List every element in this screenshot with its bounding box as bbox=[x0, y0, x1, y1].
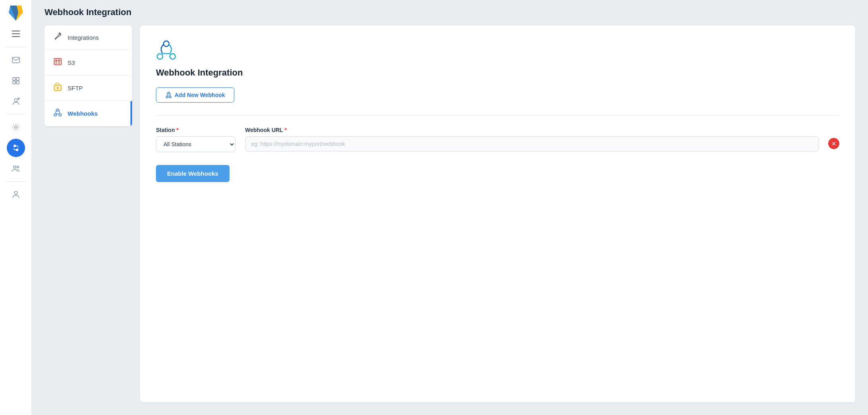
webhook-url-input[interactable] bbox=[245, 136, 819, 151]
form-divider bbox=[156, 115, 839, 116]
sidebar-divider-mid bbox=[6, 114, 26, 114]
menu-button[interactable] bbox=[8, 26, 23, 41]
sidebar bbox=[0, 0, 32, 415]
sidebar-item-integrations[interactable] bbox=[7, 139, 25, 157]
svg-rect-3 bbox=[12, 57, 19, 63]
sidebar-item-account[interactable] bbox=[7, 185, 25, 204]
page-header: Webhook Integration bbox=[32, 0, 868, 22]
svg-rect-4 bbox=[13, 78, 16, 80]
nav-item-s3-label: S3 bbox=[68, 59, 75, 66]
station-label: Station * bbox=[156, 127, 235, 133]
svg-rect-21 bbox=[55, 62, 57, 64]
sidebar-item-settings[interactable] bbox=[7, 118, 25, 136]
nav-item-webhooks-label: Webhooks bbox=[68, 110, 98, 117]
svg-rect-6 bbox=[13, 81, 16, 84]
add-webhook-label: Add New Webhook bbox=[175, 92, 225, 98]
svg-point-34 bbox=[169, 96, 171, 98]
svg-point-32 bbox=[163, 41, 169, 47]
webhook-url-label: Webhook URL * bbox=[245, 127, 819, 133]
wrench-nav-icon bbox=[53, 33, 63, 43]
content-area: Integrations S3 bbox=[32, 22, 868, 415]
main-content: Webhook Integration Integrations bbox=[32, 0, 868, 415]
svg-rect-22 bbox=[58, 62, 60, 64]
left-nav-panel: Integrations S3 bbox=[45, 25, 132, 126]
sidebar-item-grid[interactable] bbox=[7, 72, 25, 90]
sidebar-item-mail[interactable] bbox=[7, 51, 25, 69]
station-form-group: Station * All Stations bbox=[156, 127, 235, 152]
s3-nav-icon bbox=[53, 57, 63, 68]
svg-rect-19 bbox=[55, 60, 57, 62]
svg-point-29 bbox=[56, 109, 59, 111]
enable-webhooks-label: Enable Webhooks bbox=[167, 170, 218, 177]
svg-point-25 bbox=[57, 87, 58, 89]
svg-point-8 bbox=[14, 99, 18, 102]
page-title: Webhook Integration bbox=[45, 7, 855, 17]
webhook-panel: Webhook Integration Add New Webhook bbox=[140, 25, 855, 402]
sidebar-item-team[interactable] bbox=[7, 159, 25, 178]
nav-item-integrations[interactable]: Integrations bbox=[45, 25, 132, 50]
close-icon: ✕ bbox=[831, 141, 837, 147]
webhook-url-required: * bbox=[284, 127, 286, 133]
webhook-icon bbox=[156, 40, 839, 68]
svg-point-30 bbox=[157, 54, 163, 59]
nav-item-s3[interactable]: S3 bbox=[45, 50, 132, 76]
svg-point-16 bbox=[59, 34, 60, 35]
svg-rect-5 bbox=[16, 78, 19, 80]
svg-point-33 bbox=[166, 96, 168, 98]
webhook-nav-icon bbox=[53, 108, 63, 119]
station-select[interactable]: All Stations bbox=[156, 136, 235, 152]
remove-webhook-button[interactable]: ✕ bbox=[828, 138, 839, 149]
svg-point-28 bbox=[59, 114, 61, 116]
nav-item-integrations-label: Integrations bbox=[68, 34, 99, 41]
panel-title: Webhook Integration bbox=[156, 68, 839, 78]
app-logo bbox=[8, 5, 24, 21]
station-required: * bbox=[176, 127, 178, 133]
svg-point-31 bbox=[170, 54, 175, 59]
svg-point-27 bbox=[54, 114, 56, 116]
svg-point-13 bbox=[14, 166, 16, 168]
sidebar-divider-bottom bbox=[6, 181, 26, 182]
sftp-nav-icon bbox=[53, 83, 63, 93]
svg-rect-20 bbox=[58, 60, 60, 62]
svg-point-35 bbox=[168, 92, 170, 94]
nav-item-sftp-label: SFTP bbox=[68, 85, 83, 91]
svg-rect-7 bbox=[16, 81, 19, 84]
nav-item-webhooks[interactable]: Webhooks bbox=[45, 101, 132, 126]
svg-point-15 bbox=[14, 191, 18, 194]
nav-item-sftp[interactable]: SFTP bbox=[45, 76, 132, 101]
add-webhook-button[interactable]: Add New Webhook bbox=[156, 87, 234, 103]
sidebar-item-upload-user[interactable] bbox=[7, 92, 25, 111]
sidebar-divider-top bbox=[6, 47, 26, 47]
enable-webhooks-button[interactable]: Enable Webhooks bbox=[156, 165, 230, 182]
svg-rect-17 bbox=[54, 58, 61, 65]
webhook-form-row: Station * All Stations Webhook URL * bbox=[156, 127, 839, 152]
svg-point-10 bbox=[15, 126, 17, 128]
webhook-url-form-group: Webhook URL * bbox=[245, 127, 819, 151]
svg-point-14 bbox=[17, 166, 19, 168]
